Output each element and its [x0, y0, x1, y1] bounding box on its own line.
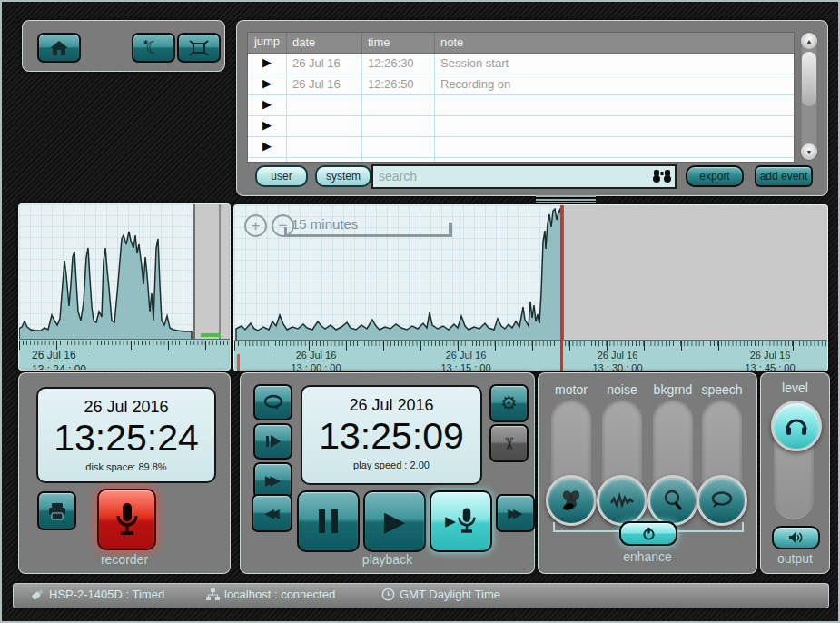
table-row[interactable]: ▶ 26 Jul 16 12:26:30 Session start	[248, 54, 794, 74]
filter-system-button[interactable]: system	[315, 165, 371, 187]
level-label: level	[782, 381, 808, 395]
plus-icon: +	[252, 217, 261, 235]
timeline-future-zone	[562, 205, 827, 341]
jump-play-icon[interactable]: ▶	[262, 76, 272, 90]
rewind-icon: ◀◀	[264, 507, 280, 519]
jump-play-icon[interactable]: ▶	[262, 139, 272, 153]
column-header-jump[interactable]: jump	[248, 33, 287, 53]
gear-icon: ⚙	[500, 394, 518, 413]
cell-time	[362, 158, 435, 163]
cell-note: Recording on	[435, 74, 794, 94]
column-header-note[interactable]: note	[435, 33, 794, 53]
event-log-panel: jump date time note ▶ 26 Jul 16 12:26:30…	[236, 20, 828, 196]
level-slider-knob[interactable]	[771, 400, 822, 451]
event-table-scrollbar[interactable]: ▲ ▼	[800, 32, 818, 161]
jump-play-icon[interactable]: ▶	[262, 160, 272, 163]
live-monitor-button[interactable]: ▶	[430, 490, 492, 552]
motor-slider-knob[interactable]	[546, 475, 597, 526]
playback-time: 13:25:09	[302, 415, 480, 458]
skip-forward-button[interactable]: ▶▶	[253, 462, 292, 499]
cell-date: 26 Jul 16	[287, 74, 362, 94]
cell-time	[362, 95, 435, 115]
play-from-mark-button[interactable]	[253, 423, 292, 460]
overview-timestrip: 26 Jul 16 13 : 24 : 00	[19, 339, 230, 370]
playback-clock-display: 26 Jul 2016 13:25:09 play speed : 2.00	[301, 385, 482, 485]
zoom-in-button[interactable]: +	[244, 214, 267, 237]
up-arrow-icon: ▲	[806, 38, 813, 44]
table-row[interactable]: ▶	[248, 116, 794, 137]
fast-forward-button[interactable]: ▶▶	[496, 494, 535, 532]
play-speed: play speed : 2.00	[302, 460, 480, 470]
step-play-icon	[264, 433, 282, 450]
timeline-timestamp: 26 Jul 1613 : 00 : 00	[291, 350, 341, 371]
enhance-label: enhance	[539, 549, 756, 564]
scroll-thumb[interactable]	[802, 52, 816, 106]
add-event-button[interactable]: add event	[755, 165, 813, 187]
status-timezone: GMT Daylight Time	[381, 588, 500, 601]
speaker-icon	[788, 531, 804, 544]
cell-time: 12:26:30	[362, 54, 435, 74]
slider-label-motor: motor	[555, 382, 588, 397]
play-icon: ▶	[384, 508, 405, 535]
enhance-panel: motor noise bkgrnd speech	[538, 372, 757, 574]
scroll-down-button[interactable]: ▼	[801, 143, 817, 160]
play-button[interactable]: ▶	[363, 490, 426, 552]
disk-space: disk space: 89.8%	[38, 461, 214, 472]
cell-date	[287, 95, 362, 115]
filter-user-button[interactable]: user	[255, 165, 308, 187]
overview-future-zone	[193, 204, 231, 340]
enhance-power-button[interactable]	[619, 521, 677, 546]
mute-button[interactable]	[772, 526, 820, 549]
search-input[interactable]	[377, 167, 653, 185]
recorder-clock-display: 26 Jul 2016 13:25:24 disk space: 89.8%	[36, 387, 216, 483]
cut-button[interactable]: ✂	[489, 424, 529, 462]
column-header-time[interactable]: time	[362, 33, 435, 53]
speech-slider-knob[interactable]	[697, 475, 747, 526]
settings-button[interactable]: ⚙	[489, 384, 529, 422]
cell-note	[435, 95, 794, 115]
playhead-cursor[interactable]	[560, 205, 563, 371]
scroll-up-button[interactable]: ▲	[801, 33, 817, 49]
cell-date: 26 Jul 16	[287, 54, 362, 74]
export-button[interactable]: export	[686, 165, 744, 187]
cell-date	[287, 116, 362, 136]
jump-play-icon[interactable]: ▶	[262, 97, 272, 111]
fullscreen-button[interactable]	[177, 33, 221, 63]
power-icon	[642, 527, 656, 540]
output-label: output	[761, 551, 829, 566]
pause-button[interactable]	[297, 490, 360, 552]
bkgrnd-slider-knob[interactable]	[647, 475, 698, 526]
live-mic-icon	[457, 506, 477, 537]
printer-icon	[47, 502, 67, 520]
night-mode-button[interactable]: ☾ ★	[132, 33, 175, 63]
cell-date	[287, 137, 362, 157]
output-panel: level output	[760, 372, 830, 574]
noise-slider-knob[interactable]	[597, 475, 647, 526]
down-arrow-icon: ▼	[806, 149, 813, 155]
timeline-timestrip: 26 Jul 1613 : 00 : 00 26 Jul 1613 : 15 :…	[234, 340, 827, 371]
table-row[interactable]: ▶ 26 Jul 16 12:26:50 Recording on	[248, 74, 794, 95]
network-icon	[206, 588, 220, 601]
playback-label: playback	[241, 552, 534, 567]
cell-time	[362, 137, 435, 157]
cell-note	[435, 116, 794, 136]
home-button[interactable]	[37, 33, 81, 63]
scissors-icon: ✂	[500, 436, 518, 450]
record-button[interactable]	[97, 489, 156, 550]
print-button[interactable]	[37, 491, 76, 530]
column-header-date[interactable]: date	[287, 33, 362, 53]
fullscreen-icon	[189, 40, 209, 56]
jump-play-icon[interactable]: ▶	[262, 118, 272, 132]
table-row[interactable]: ▶	[248, 158, 794, 163]
pause-icon	[319, 509, 338, 533]
rewind-button[interactable]: ◀◀	[252, 494, 292, 532]
splitter-grip[interactable]	[536, 195, 596, 204]
table-row[interactable]: ▶	[248, 137, 794, 158]
record-activity-marker	[201, 333, 221, 337]
jump-play-icon[interactable]: ▶	[262, 55, 272, 69]
slider-label-speech: speech	[701, 382, 742, 397]
home-icon	[49, 40, 69, 56]
scale-label: 15 minutes	[292, 216, 358, 232]
table-row[interactable]: ▶	[248, 95, 794, 116]
loop-button[interactable]	[253, 384, 292, 420]
